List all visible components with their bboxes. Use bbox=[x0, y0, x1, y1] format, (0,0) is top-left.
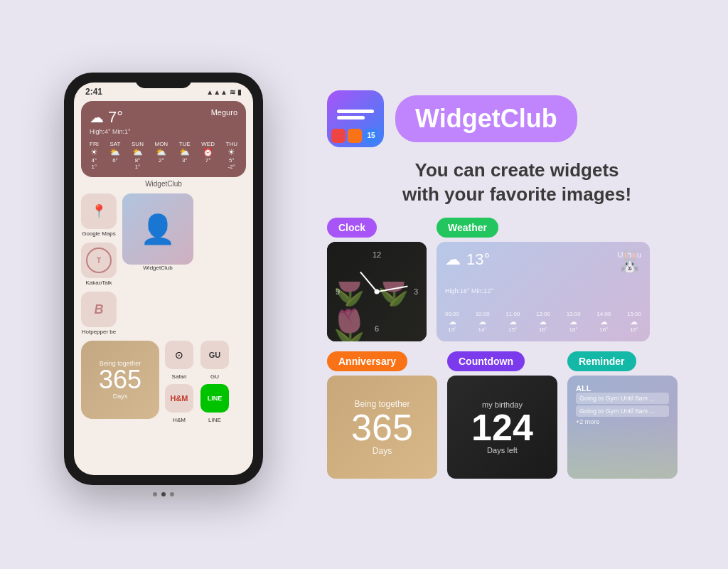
safari-icon: ⊙ bbox=[165, 341, 193, 369]
weather-prev-temp: 13° bbox=[466, 250, 490, 268]
anni-prev-unit: Days bbox=[373, 446, 392, 456]
weather-top: ☁ 7° High:4° Min:1° Meguro bbox=[90, 108, 237, 135]
gu-label: GU bbox=[210, 373, 219, 380]
main-container: 2:41 ▲▲▲ ≋ ▮ ☁ 7° bbox=[0, 0, 728, 569]
widget-section: Clock 🌷🌷🌷 12 3 6 9 bbox=[327, 218, 707, 479]
clock-preview: 🌷🌷🌷 12 3 6 9 bbox=[327, 242, 427, 341]
page-dot-1 bbox=[153, 492, 157, 496]
bottom-row: Being together 365 Days ⊙ Safari H&M H&M… bbox=[74, 338, 253, 426]
forecast-0900: 09:00☁13° bbox=[445, 311, 459, 333]
tagline: You can create widgets with your favorit… bbox=[327, 159, 707, 207]
phone-notch bbox=[135, 73, 192, 88]
clock-widget-item: Clock 🌷🌷🌷 12 3 6 9 bbox=[327, 218, 427, 341]
kakao-app: T KakaoTalk bbox=[81, 243, 117, 286]
phone-anni-label: Being together bbox=[100, 360, 141, 367]
reminder-more: +2 more bbox=[576, 418, 669, 425]
anniversary-preview: Being together 365 Days bbox=[327, 376, 437, 479]
phone-wrapper: 2:41 ▲▲▲ ≋ ▮ ☁ 7° bbox=[21, 73, 306, 496]
countdown-sublabel: Days left bbox=[487, 446, 518, 454]
maps-app: 📍 Google Maps bbox=[81, 193, 117, 237]
weather-prev-forecast: 09:00☁13° 10:00☁14° 11:00☁15° 12:00☁16° … bbox=[445, 311, 641, 333]
widgetclub-label: WidgetClub bbox=[74, 180, 253, 188]
right-panel: 15 WidgetClub You can create widgets wit… bbox=[306, 90, 707, 479]
small-apps-col1: ⊙ Safari H&M H&M bbox=[165, 341, 193, 423]
phone-mockup: 2:41 ▲▲▲ ≋ ▮ ☁ 7° bbox=[64, 73, 263, 485]
hm-icon: H&M bbox=[165, 384, 193, 413]
countdown-num: 124 bbox=[471, 409, 533, 446]
reminder-widget-item: Reminder ALL Going to Gym Until 8am ... … bbox=[567, 351, 678, 479]
line-label: LINE bbox=[208, 417, 221, 423]
clock-12: 12 bbox=[373, 250, 381, 259]
widget-row-1: Clock 🌷🌷🌷 12 3 6 9 bbox=[327, 218, 707, 341]
app-name-pill: WidgetClub bbox=[395, 95, 577, 142]
forecast-1200: 12:00☁16° bbox=[536, 311, 550, 333]
weather-bunny: 🐰 bbox=[616, 249, 643, 274]
countdown-preview: my birthday 124 Days left bbox=[447, 376, 557, 479]
phone-weather-city: Meguro bbox=[211, 108, 237, 117]
line-icon: LINE bbox=[200, 384, 229, 413]
phone-anniversary-widget: Being together 365 Days bbox=[81, 341, 159, 419]
countdown-widget-item: Countdown my birthday 124 Days left bbox=[447, 351, 557, 479]
reminder-badge: Reminder bbox=[567, 351, 636, 371]
forecast-1100: 11:00☁15° bbox=[505, 311, 520, 333]
sub-icon-orange bbox=[348, 129, 362, 143]
reminder-bg bbox=[567, 417, 678, 479]
app-col-left: 📍 Google Maps T KakaoTalk B bbox=[81, 193, 117, 335]
clock-6: 6 bbox=[375, 324, 379, 333]
anni-prev-days: 365 bbox=[351, 409, 413, 446]
status-icons: ▲▲▲ ≋ ▮ bbox=[206, 88, 242, 96]
phone-cloud-icon: ☁ bbox=[90, 109, 104, 126]
weather-prev-top: ☁ 13° Ushiku bbox=[445, 250, 641, 269]
kakao-icon: T bbox=[81, 243, 117, 278]
anniversary-badge: Anniversary bbox=[327, 351, 407, 371]
weather-day-sun: SUN⛅8°1° bbox=[132, 141, 144, 170]
weather-cloud-icon: ☁ bbox=[445, 250, 461, 269]
signal-icon: ▲▲▲ bbox=[206, 88, 228, 96]
app-name: WidgetClub bbox=[415, 104, 557, 133]
forecast-1400: 14:00☁16° bbox=[596, 311, 611, 333]
photo-widget-img: 👤 bbox=[122, 193, 193, 265]
app-grid: 📍 Google Maps T KakaoTalk B bbox=[74, 191, 253, 338]
maps-label: Google Maps bbox=[82, 230, 116, 237]
countdown-badge: Countdown bbox=[447, 351, 525, 371]
weather-day-mon: MON⛅2° bbox=[154, 141, 168, 170]
clock-badge: Clock bbox=[327, 218, 377, 238]
anniversary-widget-item: Anniversary Being together 365 Days bbox=[327, 351, 437, 479]
weather-badge: Weather bbox=[437, 218, 498, 238]
weather-day-wed: WED⏰7° bbox=[201, 141, 215, 170]
kakao-label: KakaoTalk bbox=[86, 280, 112, 286]
hotpepper-app: B Hotpepper be bbox=[81, 292, 117, 335]
reminder-item1: Going to Gym Until 8am ... bbox=[576, 393, 669, 404]
tagline-line1: You can create widgets bbox=[327, 159, 707, 183]
app-icon-large: 15 bbox=[327, 90, 384, 147]
photo-widget-label: WidgetClub bbox=[122, 265, 193, 271]
status-time: 2:41 bbox=[85, 87, 102, 97]
weather-day-thu: THU☀5°-2° bbox=[226, 141, 237, 170]
photo-widget: 👤 WidgetClub bbox=[122, 193, 193, 271]
maps-icon: 📍 bbox=[81, 193, 117, 229]
reminder-preview: ALL Going to Gym Until 8am ... Going to … bbox=[567, 376, 678, 479]
phone-anni-unit: Days bbox=[113, 393, 128, 400]
weather-prev-highlow: High:16° Min:12° bbox=[445, 287, 641, 294]
forecast-1000: 10:00☁14° bbox=[476, 311, 490, 333]
phone-screen: 2:41 ▲▲▲ ≋ ▮ ☁ 7° bbox=[74, 83, 253, 475]
phone-anni-days: 365 bbox=[99, 367, 141, 393]
anni-prev-label: Being together bbox=[354, 399, 410, 409]
hm-label: H&M bbox=[173, 417, 186, 423]
clock-9: 9 bbox=[336, 287, 340, 296]
page-dot-3 bbox=[170, 492, 174, 496]
weather-day-tue: TUE⛅3° bbox=[179, 141, 191, 170]
sub-icon-red bbox=[331, 129, 346, 143]
hotpepper-label: Hotpepper be bbox=[82, 329, 116, 335]
sub-icon-num: 15 bbox=[364, 129, 378, 143]
hotpepper-icon: B bbox=[81, 292, 117, 327]
weather-prev-left: ☁ 13° bbox=[445, 250, 490, 269]
safari-label: Safari bbox=[172, 373, 187, 380]
phone-weather-temp: 7° bbox=[108, 108, 123, 127]
page-dot-2 bbox=[161, 492, 166, 496]
clock-center-dot bbox=[375, 289, 380, 294]
phone-weather-days: FRI☀4°1° SAT⛅6° SUN⛅8°1° MON⛅2° TUE⛅3° W… bbox=[90, 141, 237, 170]
battery-icon: ▮ bbox=[237, 88, 242, 96]
countdown-label: my birthday bbox=[482, 400, 523, 409]
phone-pagination bbox=[153, 492, 174, 496]
